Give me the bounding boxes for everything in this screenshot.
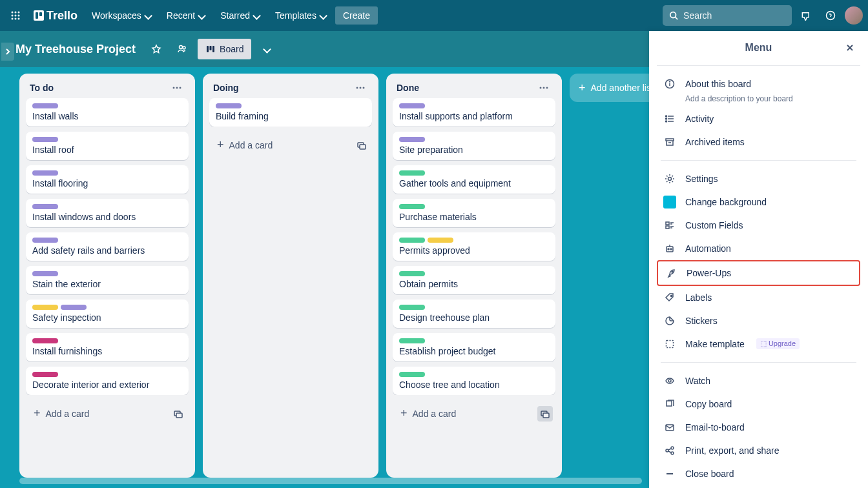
menu-about[interactable]: About this board [657,72,860,96]
card[interactable]: Establish project budget [393,333,555,361]
add-card-button[interactable]: +Add a card [395,403,537,424]
board-icon [205,44,216,54]
nav-recent[interactable]: Recent [160,6,211,25]
plus-icon: + [217,138,224,152]
menu-labels[interactable]: Labels [657,286,860,309]
menu-change-background[interactable]: Change background [657,190,860,214]
add-card-button[interactable]: +Add a card [28,403,170,424]
svg-point-33 [546,87,548,89]
list-menu-button[interactable] [353,81,368,94]
list-title[interactable]: To do [30,83,54,93]
help-icon[interactable] [820,5,841,26]
menu-separator [661,362,856,363]
card[interactable]: Install roof [26,132,189,160]
menu-copy-board[interactable]: Copy board [657,392,860,416]
card-title: Install flooring [32,178,182,188]
search-input[interactable] [663,5,792,26]
template-icon [663,338,676,351]
card[interactable]: Purchase materials [393,199,555,227]
card-labels [32,204,182,209]
card[interactable]: Permits approved [393,232,555,261]
menu-email-to-board[interactable]: Email-to-board [657,416,860,439]
view-dropdown[interactable] [256,39,277,59]
view-switcher-board[interactable]: Board [198,39,251,59]
notifications-icon[interactable] [796,5,816,26]
card-label-pink [32,338,58,343]
menu-settings[interactable]: Settings [657,167,860,190]
menu-activity[interactable]: Activity [657,107,860,130]
template-button[interactable] [170,406,186,422]
board-menu-panel: Menu About this board Add a description … [649,31,868,488]
apps-icon[interactable] [5,5,26,26]
menu-close-board[interactable]: Close board [657,462,860,485]
list-header: Doing [208,79,373,98]
card[interactable]: Install flooring [26,165,189,194]
create-button[interactable]: Create [335,6,378,25]
svg-point-28 [363,87,365,89]
user-avatar[interactable] [845,6,863,25]
menu-print-export-share[interactable]: Print, export, and share [657,439,860,462]
svg-point-48 [668,177,672,180]
card[interactable]: Install furnishings [26,333,189,361]
chevron-down-icon [264,44,270,54]
card[interactable]: Stain the exterior [26,266,189,294]
svg-point-56 [668,249,669,250]
card[interactable]: Obtain permits [393,266,555,294]
menu-power-ups[interactable]: Power-Ups [657,260,860,286]
card[interactable]: Safety inspection [26,300,189,328]
svg-point-65 [666,449,668,452]
copy-icon [663,398,676,411]
svg-point-46 [666,121,667,122]
star-button[interactable] [146,39,167,59]
card-title: Safety inspection [32,312,182,323]
nav-workspaces[interactable]: Workspaces [85,6,158,25]
card[interactable]: Choose tree and location [393,367,555,395]
trello-logo[interactable]: Trello [28,9,83,23]
svg-rect-61 [666,340,674,347]
card-label-purple [61,305,87,310]
svg-rect-52 [666,226,669,229]
card[interactable]: Add safety rails and barriers [26,232,189,261]
add-card-button[interactable]: +Add a card [212,134,354,156]
plus-icon: + [34,407,41,420]
card[interactable]: Install walls [26,98,189,127]
card[interactable]: Decorate interior and exterior [26,367,189,395]
background-swatch [663,196,676,208]
card[interactable]: Site preparation [393,132,555,160]
svg-point-31 [540,87,542,89]
card[interactable]: Gather tools and equipment [393,165,555,194]
nav-starred[interactable]: Starred [214,6,266,25]
svg-point-1 [15,12,17,14]
menu-close-button[interactable] [842,40,858,56]
horizontal-scrollbar[interactable] [19,478,642,484]
board-title[interactable]: My Treehouse Project [10,43,141,56]
list: To do Install wallsInstall roofInstall f… [19,74,195,478]
card[interactable]: Design treehouse plan [393,300,555,328]
menu-custom-fields[interactable]: Custom Fields [657,214,860,237]
menu-stickers[interactable]: Stickers [657,309,860,332]
list-menu-button[interactable] [536,81,552,94]
list-title[interactable]: Doing [213,83,239,93]
card-labels [399,372,549,377]
template-button[interactable] [354,137,369,153]
menu-make-template[interactable]: Make template ⬚ Upgrade [657,332,860,356]
visibility-button[interactable] [172,39,192,59]
mail-icon [663,421,676,434]
card[interactable]: Install windows and doors [26,199,189,227]
list-title[interactable]: Done [397,83,419,93]
card-label-yellow [428,238,453,243]
svg-point-26 [356,87,358,89]
card-label-pink [32,372,58,377]
card[interactable]: Build framing [209,98,372,127]
menu-watch[interactable]: Watch [657,369,860,392]
svg-point-59 [672,271,673,272]
search-field[interactable] [683,10,785,21]
template-button[interactable] [537,406,553,422]
svg-point-11 [827,12,835,20]
menu-archived[interactable]: Archived items [657,130,860,154]
menu-automation[interactable]: Automation [657,237,860,260]
gear-icon [663,172,676,185]
nav-templates[interactable]: Templates [269,6,333,25]
list-menu-button[interactable] [169,81,185,94]
card[interactable]: Install supports and platform [393,98,555,127]
